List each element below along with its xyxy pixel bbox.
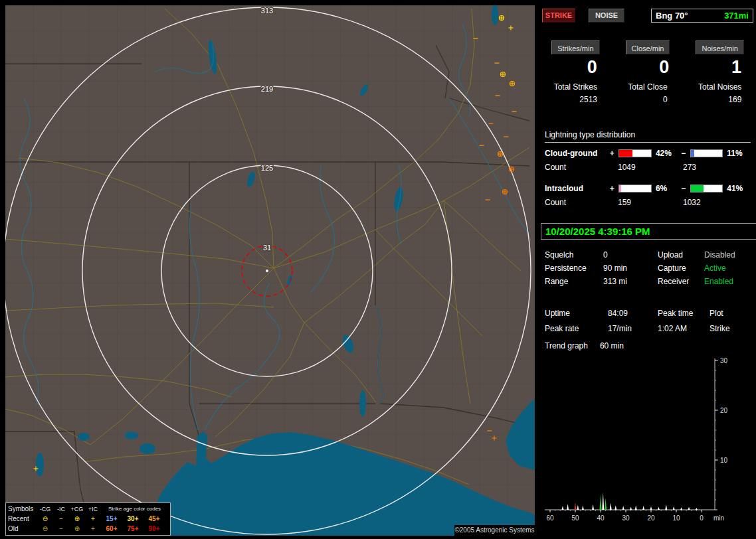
persistence-label: Persistence [545,264,603,273]
upload-label: Upload [658,250,704,260]
cg-count-label: Count [545,163,609,173]
close-per-min-button[interactable]: Close/min [626,40,670,54]
peak-rate-value: 17/min [608,324,658,333]
legend-col-neg-cg: -CG [37,506,53,512]
ic-negative-gauge [690,185,723,193]
strike-symbol [500,16,504,21]
range-label: Range [545,277,603,286]
ring-label-219: 219 [261,85,273,93]
age-code-15: 15+ [101,515,122,522]
svg-text:30: 30 [720,357,728,364]
trend-plot-area: 6050403020100min102030 [546,357,727,522]
ic-positive-gauge [618,185,652,193]
copyright-text: ©2005 Astrogenic Systems [454,525,535,536]
map-canvas[interactable]: 313 219 125 31 [5,5,535,536]
receiver-status: Enabled [704,277,753,286]
plus-sign: + [608,184,616,193]
ic-negative-count: 1032 [677,198,701,208]
cg-negative-gauge [690,149,723,157]
ring-label-31: 31 [263,244,271,252]
noises-counter: Noises/min 1 Total Noises 169 [684,40,756,104]
pos-ic-icon: + [85,515,101,522]
squelch-value: 0 [603,250,658,260]
lightning-map[interactable]: 313 219 125 31 Symbols -CG -IC +CG +IC S… [5,5,535,536]
strike-mode-button[interactable]: STRIKE [542,9,575,23]
svg-text:60: 60 [546,514,554,522]
strike-symbol [498,152,503,157]
neg-ic-icon: − [53,525,69,532]
svg-text:30: 30 [622,514,630,522]
lightning-distribution: Lightning type distribution Cloud-ground… [545,130,751,208]
receiver-label: Receiver [658,277,704,286]
total-strikes-label: Total Strikes [554,82,597,92]
svg-text:20: 20 [720,407,728,414]
age-code-30: 30+ [122,515,143,522]
distribution-title: Lightning type distribution [545,130,751,143]
strikes-per-min-button[interactable]: Strikes/min [551,40,599,54]
close-counter: Close/min 0 Total Close 0 [612,40,684,104]
plot-label: Plot [709,309,753,318]
minus-sign: − [680,149,688,158]
status-panel: STRIKE NOISE Bng 70° 371mi Strikes/min 0… [539,0,756,539]
uptime-label: Uptime [545,309,608,318]
peak-time-label: Peak time [658,309,709,318]
minus-sign: − [680,184,688,193]
squelch-label: Squelch [545,250,603,260]
pos-cg-icon: ⊕ [69,515,85,522]
total-close-label: Total Close [628,82,667,92]
settings-block: Squelch 0 Upload Disabled Persistence 90… [545,248,753,288]
bearing-distance: 371mi [724,11,749,21]
app-window: 313 219 125 31 Symbols -CG -IC +CG +IC S… [0,0,756,539]
strikes-rate-value: 0 [539,57,612,78]
cg-positive-gauge [618,149,652,157]
strike-symbol [503,190,508,194]
sensor-location-marker [266,270,268,272]
plot-mode-value: Strike [709,324,753,333]
cloud-ground-label: Cloud-ground [545,149,608,158]
bearing-display: Bng 70° 371mi [651,9,753,23]
total-strikes-value: 2513 [554,95,597,104]
trend-graph-label: Trend graph [545,341,588,350]
svg-text:10: 10 [672,514,680,522]
strike-symbol [501,72,506,77]
noises-per-min-button[interactable]: Noises/min [696,40,743,54]
noises-rate-value: 1 [684,57,756,78]
legend-row-recent-label: Recent [8,515,37,522]
trend-graph: 6050403020100min102030 [539,356,756,530]
trend-window-value: 60 min [600,341,624,350]
legend-row-old-label: Old [8,525,37,532]
total-noises-label: Total Noises [698,82,741,92]
plus-sign: + [608,149,616,158]
legend-age-header: Strike age color codes [101,506,168,512]
pos-cg-icon: ⊕ [69,525,85,532]
ic-positive-count: 159 [609,198,677,208]
cg-positive-percent: 42% [654,149,680,158]
age-code-75: 75+ [122,525,143,532]
ic-positive-percent: 6% [654,184,680,193]
datetime-text: 10/20/2025 4:39:16 PM [545,226,650,237]
stats-block: Uptime 84:09 Peak time Plot Peak rate 17… [545,305,753,336]
intracloud-label: Intracloud [545,184,608,193]
map-legend: Symbols -CG -IC +CG +IC Strike age color… [5,502,171,536]
cg-negative-percent: 11% [725,149,751,158]
pos-ic-icon: + [85,525,101,532]
svg-text:10: 10 [720,457,728,464]
legend-col-neg-ic: -IC [53,506,69,512]
bearing-label: Bng 70° [656,11,688,21]
cg-negative-count: 273 [677,163,696,173]
svg-text:min: min [713,514,724,522]
svg-text:50: 50 [571,514,579,522]
noise-mode-button[interactable]: NOISE [589,9,624,23]
peak-rate-label: Peak rate [545,324,608,333]
neg-ic-icon: − [53,515,69,522]
strike-symbol [510,82,515,86]
legend-symbols-header: Symbols [8,505,37,512]
ring-label-125: 125 [261,164,273,172]
close-rate-value: 0 [612,57,684,78]
neg-cg-icon: ⊖ [37,515,53,522]
legend-col-pos-cg: +CG [69,506,85,512]
legend-col-pos-ic: +IC [85,506,101,512]
svg-text:20: 20 [647,514,655,522]
upload-status: Disabled [704,250,753,260]
persistence-value: 90 min [603,264,658,273]
